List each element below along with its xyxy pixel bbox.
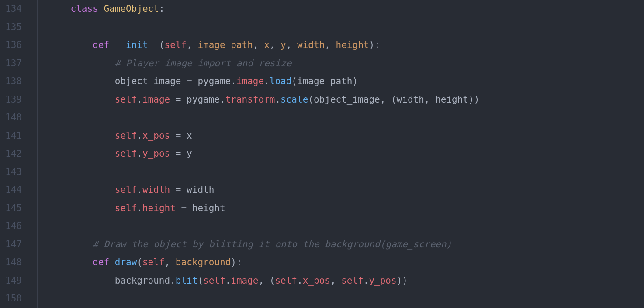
token-punct: . bbox=[297, 275, 303, 286]
token-punct: = bbox=[170, 94, 187, 105]
code-line[interactable] bbox=[38, 217, 644, 236]
line-number: 147 bbox=[0, 236, 22, 254]
token-punct: : bbox=[159, 3, 165, 14]
indent bbox=[48, 76, 115, 86]
token-comment: # Draw the object by blitting it onto th… bbox=[93, 239, 452, 250]
token-punct: . bbox=[137, 94, 142, 105]
token-param: width bbox=[297, 40, 325, 50]
line-number: 144 bbox=[0, 181, 22, 199]
code-line[interactable]: self.width = width bbox=[38, 181, 644, 199]
token-punct: . bbox=[137, 203, 142, 213]
token-punct: )) bbox=[468, 94, 479, 105]
code-line[interactable]: def draw(self, background): bbox=[38, 253, 644, 272]
token-punct: , bbox=[330, 275, 341, 286]
token-punct: . bbox=[225, 275, 231, 286]
token-param: background bbox=[176, 257, 231, 267]
token-punct: . bbox=[137, 130, 142, 141]
code-line[interactable]: object_image = pygame.image.load(image_p… bbox=[38, 72, 644, 91]
code-area[interactable]: class GameObject: def __init__(self, ima… bbox=[37, 0, 644, 308]
token-attr: x_pos bbox=[142, 130, 170, 141]
indent bbox=[48, 239, 93, 250]
code-line[interactable]: self.y_pos = y bbox=[38, 145, 644, 163]
token-param: height bbox=[336, 40, 369, 50]
token-param: x bbox=[264, 40, 270, 50]
token-funcname: __init__ bbox=[115, 40, 159, 50]
code-line[interactable] bbox=[38, 163, 644, 181]
token-attr: height bbox=[142, 203, 176, 213]
token-param: y bbox=[280, 40, 286, 50]
line-number-gutter: 1341351361371381391401411421431441451461… bbox=[0, 0, 37, 308]
token-ident: height bbox=[192, 203, 225, 213]
token-param: image_path bbox=[197, 40, 253, 50]
line-number: 145 bbox=[0, 199, 22, 218]
token-ident: y bbox=[187, 148, 192, 159]
line-number: 134 bbox=[0, 0, 22, 18]
indent bbox=[48, 185, 115, 195]
indent bbox=[48, 275, 115, 286]
code-line[interactable]: class GameObject: bbox=[38, 0, 644, 18]
code-line[interactable]: def __init__(self, image_path, x, y, wid… bbox=[38, 36, 644, 55]
token-keyword: class bbox=[71, 3, 104, 14]
token-punct: . bbox=[220, 94, 225, 105]
line-number: 143 bbox=[0, 163, 22, 181]
token-punct: , ( bbox=[380, 94, 397, 105]
line-number: 150 bbox=[0, 290, 22, 308]
line-number: 148 bbox=[0, 253, 22, 272]
code-line[interactable]: self.image = pygame.transform.scale(obje… bbox=[38, 91, 644, 109]
token-punct: . bbox=[264, 76, 270, 86]
code-line[interactable] bbox=[38, 18, 644, 37]
token-punct: . bbox=[275, 94, 280, 105]
token-self: self bbox=[115, 203, 137, 213]
token-self: self bbox=[115, 185, 137, 195]
token-punct: , bbox=[270, 40, 280, 50]
code-line[interactable] bbox=[38, 109, 644, 127]
token-attr: image bbox=[142, 94, 170, 105]
token-punct: )) bbox=[397, 275, 408, 286]
token-ident: image_path bbox=[297, 76, 352, 86]
token-punct: , bbox=[187, 40, 197, 50]
indent bbox=[48, 94, 115, 105]
token-ident: pygame bbox=[197, 76, 231, 86]
token-self: self bbox=[341, 275, 364, 286]
line-number: 137 bbox=[0, 55, 22, 73]
code-line[interactable]: # Draw the object by blitting it onto th… bbox=[38, 236, 644, 254]
token-punct: . bbox=[137, 185, 142, 195]
line-number: 140 bbox=[0, 109, 22, 127]
token-self: self bbox=[275, 275, 297, 286]
code-line[interactable]: # Player image import and resize bbox=[38, 55, 644, 73]
code-line[interactable]: self.x_pos = x bbox=[38, 127, 644, 145]
line-number: 136 bbox=[0, 36, 22, 55]
code-line[interactable] bbox=[38, 290, 644, 308]
token-self: self bbox=[203, 275, 225, 286]
indent bbox=[48, 58, 115, 68]
token-punct: . bbox=[170, 275, 176, 286]
token-self: self bbox=[142, 257, 165, 267]
line-number: 141 bbox=[0, 127, 22, 145]
indent bbox=[48, 257, 93, 267]
token-ident: width bbox=[397, 94, 424, 105]
line-number: 149 bbox=[0, 272, 22, 290]
code-line[interactable]: background.blit(self.image, (self.x_pos,… bbox=[38, 272, 644, 290]
token-punct: ) bbox=[352, 76, 358, 86]
line-number: 135 bbox=[0, 18, 22, 37]
line-number: 139 bbox=[0, 91, 22, 109]
token-punct: ( bbox=[159, 40, 165, 50]
token-ident: width bbox=[187, 185, 214, 195]
token-self: self bbox=[165, 40, 187, 50]
code-editor[interactable]: 1341351361371381391401411421431441451461… bbox=[0, 0, 644, 308]
token-punct: , bbox=[253, 40, 264, 50]
token-attr: x_pos bbox=[303, 275, 330, 286]
token-comment: # Player image import and resize bbox=[115, 58, 292, 68]
token-keyword: def bbox=[93, 257, 115, 267]
indent bbox=[48, 130, 115, 141]
indent bbox=[48, 3, 71, 14]
token-punct: , ( bbox=[259, 275, 275, 286]
token-punct: ( bbox=[291, 76, 297, 86]
token-attr: width bbox=[142, 185, 170, 195]
code-line[interactable]: self.height = height bbox=[38, 199, 644, 218]
token-punct: ( bbox=[308, 94, 314, 105]
token-classname: GameObject bbox=[104, 3, 159, 14]
token-ident: object_image bbox=[115, 76, 181, 86]
token-funcname: blit bbox=[176, 275, 198, 286]
token-punct: ): bbox=[231, 257, 242, 267]
